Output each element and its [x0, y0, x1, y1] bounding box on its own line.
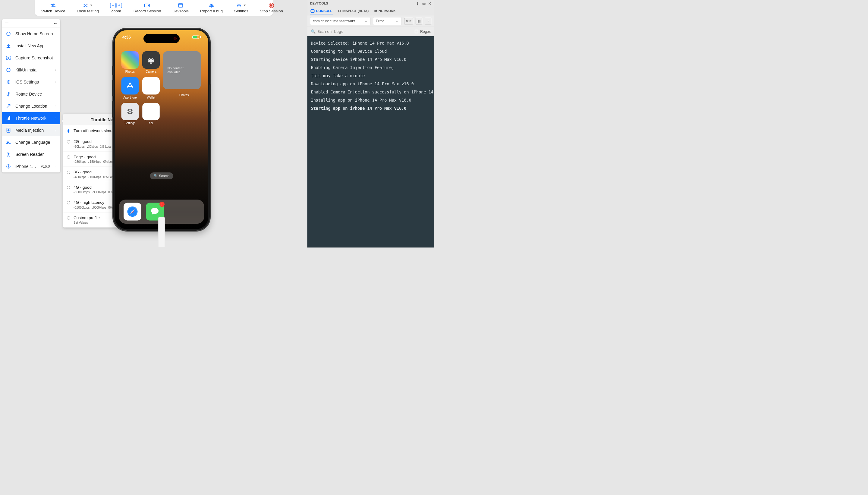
photos-widget[interactable]: No content available — [163, 51, 201, 89]
sidebar-item-label: Media Injection — [15, 128, 51, 133]
search-icon: 🔍 — [311, 29, 315, 34]
report-bug-button[interactable]: Report a bug — [194, 0, 228, 16]
local-testing-button[interactable]: Local testing — [71, 0, 105, 16]
sidebar-icon — [6, 79, 11, 85]
sidebar-icon — [6, 127, 11, 133]
sidebar-item-screen-reader[interactable]: Screen Reader› — [2, 148, 60, 160]
sidebar-item-change-language[interactable]: Change Language› — [2, 136, 60, 148]
maximize-icon[interactable]: ▭ — [422, 1, 426, 5]
close-icon[interactable]: ✕ — [428, 1, 431, 5]
device-frame: 4:36 Photos ◉Camera No content available… — [113, 29, 210, 231]
devtools-controls: com.crunchtime.teamworx⌄ Error⌄ CLR ❚❚ ⤓ — [308, 15, 434, 27]
hamburger-icon[interactable] — [5, 23, 8, 24]
zoom-out-button[interactable]: − — [110, 3, 116, 8]
devtools-panel: DEVTOOLS ⭳ ▭ ✕ CONSOLE ⊡INSPECT (BETA) ⇄… — [307, 0, 434, 248]
sidebar-item-label: Install New App — [15, 44, 56, 48]
svg-point-7 — [8, 57, 9, 58]
sidebar-header: ↤ — [2, 19, 60, 28]
collapse-icon[interactable]: ↤ — [54, 21, 57, 26]
device-power-button — [209, 84, 211, 112]
battery-icon — [192, 35, 201, 39]
sidebar-item-iphone-14-pro[interactable]: iPhone 14 Prov16.0› — [2, 160, 60, 172]
app-camera[interactable]: ◉Camera — [142, 51, 160, 73]
svg-rect-13 — [9, 116, 10, 120]
gear-icon — [237, 2, 246, 8]
chevron-right-icon: › — [55, 140, 56, 144]
chevron-down-icon: ⌄ — [365, 19, 368, 23]
appstore-icon — [121, 77, 139, 95]
chevron-right-icon: › — [55, 68, 56, 72]
zoom-in-button[interactable]: + — [117, 3, 122, 8]
app-safari[interactable] — [124, 203, 141, 221]
scroll-bottom-button[interactable]: ⤓ — [425, 18, 431, 24]
network-icon: ⇄ — [374, 9, 377, 13]
sidebar-item-capture-screenshot[interactable]: Capture Screenshot — [2, 52, 60, 64]
sidebar-icon — [6, 67, 11, 73]
tab-console[interactable]: CONSOLE — [310, 8, 333, 15]
sidebar-icon — [6, 55, 11, 61]
radio-icon — [67, 129, 70, 133]
sidebar-item-throttle-network[interactable]: Throttle Network› — [2, 112, 60, 124]
sidebar-icon — [6, 43, 11, 49]
stop-session-button[interactable]: Stop Session — [254, 0, 289, 16]
sidebar-icon — [6, 91, 11, 97]
sidebar-item-label: Show Home Screen — [15, 31, 56, 36]
app-select[interactable]: com.crunchtime.teamworx⌄ — [310, 17, 371, 25]
photos-icon — [121, 51, 139, 69]
panel-icon — [178, 2, 183, 8]
radio-icon — [67, 156, 70, 159]
sidebar-icon — [6, 140, 11, 145]
log-search-input[interactable] — [318, 29, 413, 34]
tab-network[interactable]: ⇄NETWORK — [374, 8, 396, 14]
inspect-icon: ⊡ — [338, 9, 341, 13]
home-search-button[interactable]: 🔍 Search — [150, 172, 173, 180]
sidebar-item-install-new-app[interactable]: Install New App — [2, 40, 60, 52]
sidebar-icon — [6, 152, 11, 157]
sidebar-item-label: Capture Screenshot — [15, 55, 56, 60]
devtools-tabs: CONSOLE ⊡INSPECT (BETA) ⇄NETWORK — [308, 7, 434, 15]
svg-point-6 — [7, 32, 10, 36]
download-icon[interactable]: ⭳ — [416, 1, 419, 5]
zoom-controls: − + Zoom — [105, 0, 128, 16]
sidebar-item-label: Throttle Network — [15, 116, 51, 121]
level-select[interactable]: Error⌄ — [373, 17, 402, 25]
video-icon — [144, 2, 150, 8]
app-photos[interactable]: Photos — [121, 51, 139, 73]
radio-icon — [67, 140, 70, 143]
switch-device-button[interactable]: Switch Device — [35, 0, 71, 16]
pause-button[interactable]: ❚❚ — [416, 18, 422, 24]
sidebar-item-label: Kill/Uninstall — [15, 68, 51, 72]
console-icon — [311, 9, 315, 13]
app-appstore[interactable]: App Store — [121, 77, 139, 100]
sidebar-icon — [6, 164, 11, 169]
app-blank[interactable]: her — [142, 103, 160, 125]
settings-button[interactable]: Settings — [228, 0, 254, 16]
sidebar-item-ios-settings[interactable]: iOS Settings› — [2, 76, 60, 88]
chevron-down-icon — [244, 5, 246, 6]
devtools-button[interactable]: DevTools — [167, 0, 194, 16]
sidebar-item-show-home-screen[interactable]: Show Home Screen — [2, 28, 60, 40]
regex-checkbox[interactable] — [415, 30, 418, 33]
search-icon: 🔍 — [154, 174, 158, 178]
chevron-right-icon: › — [55, 153, 56, 156]
app-settings[interactable]: ⚙Settings — [121, 103, 139, 125]
svg-rect-1 — [145, 4, 148, 7]
tab-inspect[interactable]: ⊡INSPECT (BETA) — [337, 8, 369, 14]
sidebar-item-change-location[interactable]: Change Location› — [2, 100, 60, 112]
record-session-button[interactable]: Record Session — [128, 0, 167, 16]
bug-icon — [209, 2, 214, 8]
home-screen-grid: Photos ◉Camera No content available App … — [121, 51, 202, 125]
radio-icon — [67, 201, 70, 204]
sidebar-item-rotate-device[interactable]: Rotate Device — [2, 88, 60, 100]
clear-button[interactable]: CLR — [404, 18, 414, 24]
chevron-right-icon: › — [55, 165, 56, 169]
sidebar-item-kill-uninstall[interactable]: Kill/Uninstall› — [2, 64, 60, 76]
sidebar-item-media-injection[interactable]: Media Injection› — [2, 124, 60, 136]
chevron-right-icon: › — [55, 104, 56, 108]
svg-rect-11 — [7, 119, 7, 120]
chevron-right-icon: › — [55, 129, 56, 132]
sidebar-item-label: Change Language — [15, 140, 51, 145]
app-wallet[interactable]: Wallet — [142, 77, 160, 100]
svg-point-0 — [87, 4, 88, 4]
widget-label: Photos — [179, 93, 189, 97]
